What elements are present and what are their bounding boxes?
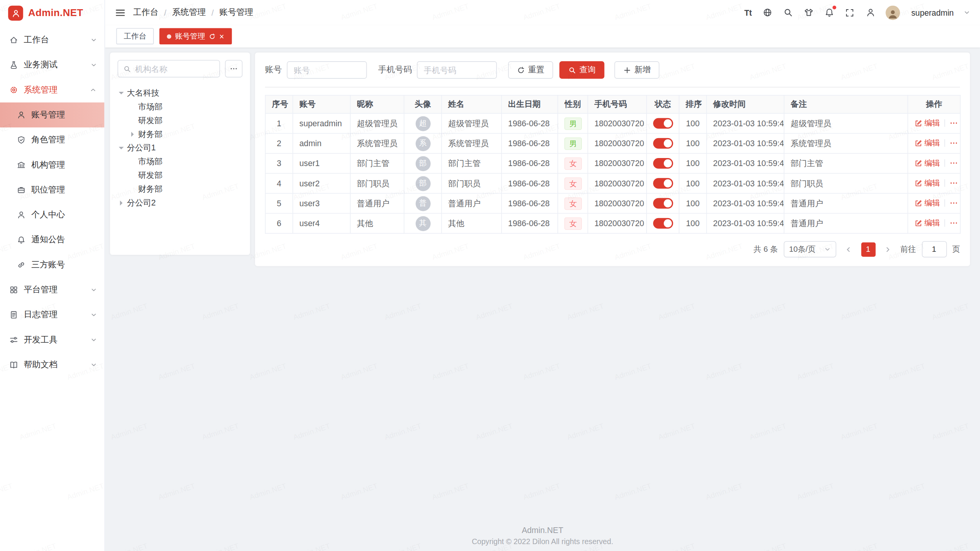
search-icon[interactable]: [782, 7, 793, 18]
sidebar-item-third-account[interactable]: 三方账号: [0, 253, 105, 277]
edit-icon: [915, 119, 923, 127]
chevron-right-icon: [884, 246, 891, 253]
more-actions-button[interactable]: [949, 159, 958, 168]
goto-page-input[interactable]: [921, 241, 946, 257]
caret-down-icon[interactable]: [118, 89, 125, 97]
tree-node[interactable]: 财务部: [118, 183, 243, 196]
edit-button[interactable]: 编辑: [915, 158, 940, 168]
edit-button[interactable]: 编辑: [915, 118, 940, 129]
more-actions-button[interactable]: [949, 218, 958, 227]
tab-account-management[interactable]: 账号管理 ×: [159, 28, 232, 44]
status-toggle[interactable]: [653, 158, 673, 169]
edit-button[interactable]: 编辑: [915, 138, 940, 148]
sidebar-item-notice[interactable]: 通知公告: [0, 227, 105, 252]
edit-button[interactable]: 编辑: [915, 178, 940, 188]
tree-node[interactable]: 分公司2: [118, 196, 243, 210]
org-tree: 大名科技市场部研发部财务部分公司1市场部研发部财务部分公司2: [118, 86, 243, 210]
sidebar-item-label: 帮助文档: [24, 359, 57, 370]
cell-avatar: 其: [404, 214, 442, 233]
tools-icon: [9, 335, 18, 344]
tab-close-icon[interactable]: ×: [219, 32, 224, 40]
tree-node[interactable]: 分公司1: [118, 141, 243, 155]
profile-icon[interactable]: [865, 7, 876, 18]
page-size-select[interactable]: 10条/页: [784, 241, 836, 257]
theme-icon[interactable]: [803, 7, 814, 18]
table-row: 1superadmin超级管理员超超级管理员1986-06-28男1802003…: [265, 113, 960, 133]
page-number-current[interactable]: 1: [861, 242, 875, 257]
sidebar-item-help-docs[interactable]: 帮助文档: [0, 352, 105, 377]
collapse-menu-icon[interactable]: [115, 7, 126, 18]
status-toggle[interactable]: [653, 198, 673, 209]
more-actions-button[interactable]: [949, 119, 958, 127]
reset-button[interactable]: 重置: [508, 61, 553, 79]
caret-right-icon[interactable]: [118, 199, 125, 207]
cell-status: [647, 173, 679, 193]
tree-node[interactable]: 研发部: [118, 114, 243, 127]
add-button[interactable]: 新增: [614, 61, 660, 79]
tree-node[interactable]: 研发部: [118, 169, 243, 183]
sidebar-item-label: 机构管理: [31, 159, 65, 170]
tree-node[interactable]: 市场部: [118, 100, 243, 114]
sidebar-item-platform-mgmt[interactable]: 平台管理: [0, 277, 105, 302]
sidebar-item-dev-tools[interactable]: 开发工具: [0, 328, 105, 352]
case-icon: [16, 185, 25, 194]
fullscreen-icon[interactable]: [844, 7, 855, 18]
sidebar-item-workbench[interactable]: 工作台: [0, 28, 105, 52]
phone-label: 手机号码: [378, 64, 412, 75]
status-toggle[interactable]: [653, 218, 673, 229]
sidebar-item-org-mgmt[interactable]: 机构管理: [0, 152, 105, 177]
sidebar-item-role-mgmt[interactable]: 角色管理: [0, 127, 105, 152]
breadcrumb-item-workbench[interactable]: 工作台: [133, 7, 158, 18]
chevron-down-icon: [90, 62, 97, 68]
sidebar-item-business-test[interactable]: 业务测试: [0, 52, 105, 77]
status-toggle[interactable]: [653, 178, 673, 189]
username[interactable]: superadmin: [911, 8, 954, 17]
cell-remark: 超级管理员: [784, 113, 908, 133]
cell-nickname: 部门职员: [350, 173, 404, 193]
language-icon[interactable]: [762, 7, 773, 18]
account-input[interactable]: [287, 61, 367, 79]
tree-node[interactable]: 大名科技: [118, 86, 243, 100]
cell-name: 部门职员: [441, 173, 501, 193]
tab-workbench[interactable]: 工作台: [116, 28, 154, 44]
caret-down-icon[interactable]: [118, 144, 125, 152]
user-avatar[interactable]: [886, 5, 900, 20]
chevron-down-icon[interactable]: [964, 9, 970, 15]
search-button[interactable]: 查询: [559, 61, 604, 79]
sidebar-item-label: 业务测试: [24, 59, 57, 70]
phone-input[interactable]: [417, 61, 497, 79]
avatar: 部: [415, 176, 430, 191]
caret-right-icon[interactable]: [129, 130, 136, 138]
status-toggle[interactable]: [653, 138, 673, 149]
sidebar-item-log-mgmt[interactable]: 日志管理: [0, 302, 105, 327]
tree-node[interactable]: 财务部: [118, 127, 243, 141]
prev-page-button[interactable]: [841, 242, 855, 256]
cell-nickname: 普通用户: [350, 193, 404, 213]
status-toggle[interactable]: [653, 118, 673, 129]
sidebar-item-position-mgmt[interactable]: 职位管理: [0, 178, 105, 202]
sidebar-item-system-mgmt[interactable]: 系统管理: [0, 77, 105, 102]
row-actions: 编辑: [915, 218, 958, 228]
org-search-input[interactable]: [135, 64, 214, 73]
app-logo[interactable]: Admin.NET: [0, 0, 105, 26]
gender-badge: 女: [564, 157, 582, 170]
sidebar-item-personal-center[interactable]: 个人中心: [0, 202, 105, 227]
edit-button[interactable]: 编辑: [915, 218, 940, 228]
breadcrumb-item-system[interactable]: 系统管理: [172, 7, 206, 18]
next-page-button[interactable]: [881, 242, 895, 256]
chevron-down-icon: [90, 37, 97, 44]
edit-button[interactable]: 编辑: [915, 198, 940, 209]
cell-name: 部门主管: [441, 153, 501, 173]
tab-refresh-icon[interactable]: [209, 33, 216, 40]
sidebar-item-label: 个人中心: [31, 209, 65, 220]
sidebar-item-account-mgmt[interactable]: 账号管理: [0, 103, 105, 127]
tree-node[interactable]: 市场部: [118, 155, 243, 169]
font-size-icon[interactable]: Tt: [744, 7, 752, 18]
more-actions-button[interactable]: [949, 139, 958, 147]
notification-icon[interactable]: [824, 7, 835, 18]
cell-gender: 女: [558, 173, 588, 193]
more-actions-button[interactable]: [949, 199, 958, 207]
org-more-button[interactable]: [225, 60, 243, 78]
cell-actions: 编辑: [908, 153, 960, 173]
more-actions-button[interactable]: [949, 179, 958, 187]
